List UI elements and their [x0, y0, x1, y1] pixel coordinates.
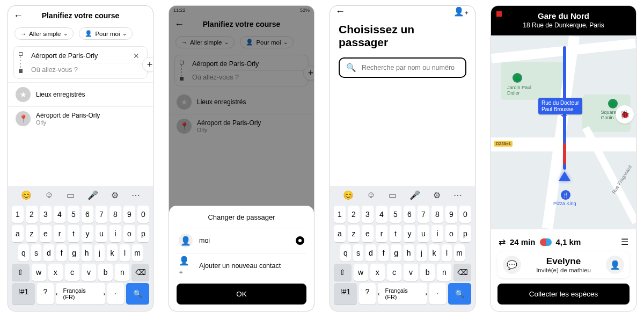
key-d[interactable]: d — [43, 244, 54, 262]
key-9[interactable]: 9 — [445, 206, 457, 223]
key-v[interactable]: v — [404, 264, 418, 281]
saved-places-row[interactable]: ★ Lieux enregistrés — [8, 82, 153, 106]
key-o[interactable]: o — [445, 225, 457, 242]
key-x[interactable]: x — [370, 264, 385, 281]
search-key[interactable]: 🔍 — [126, 283, 149, 305]
key-x[interactable]: x — [48, 264, 63, 281]
question-key[interactable]: ? — [359, 283, 376, 305]
key-j[interactable]: j — [416, 244, 427, 262]
key-r[interactable]: r — [376, 225, 387, 242]
key-7[interactable]: 7 — [96, 206, 107, 223]
key-t[interactable]: t — [390, 225, 401, 242]
key-q[interactable]: q — [18, 244, 29, 262]
saved-places-row[interactable]: ★ Lieux enregistrés — [169, 90, 314, 114]
key-3[interactable]: 3 — [40, 206, 52, 223]
emoji-icon[interactable]: 😊 — [21, 190, 32, 200]
shift-key[interactable]: ⇧ — [12, 264, 30, 281]
key-s[interactable]: s — [353, 244, 364, 262]
key-3[interactable]: 3 — [362, 206, 374, 223]
route-swap-icon[interactable]: ⇄ — [499, 237, 506, 247]
key-h[interactable]: h — [82, 244, 92, 262]
key-m[interactable]: m — [132, 244, 143, 262]
key-g[interactable]: g — [69, 244, 79, 262]
question-key[interactable]: ? — [37, 283, 54, 305]
key-c[interactable]: c — [65, 264, 79, 281]
origin-row[interactable]: Aéroport de Paris-Orly ✕ — [28, 49, 145, 63]
collect-cash-button[interactable]: Collecter les espèces — [497, 284, 630, 305]
key-j[interactable]: j — [94, 244, 105, 262]
mic-icon[interactable]: 🎤 — [409, 190, 420, 200]
trip-type-chip[interactable]: → Aller simple ⌄ — [14, 27, 74, 40]
key-m[interactable]: m — [454, 244, 465, 262]
key-o[interactable]: o — [123, 225, 135, 242]
key-2[interactable]: 2 — [26, 206, 38, 223]
add-stop-button[interactable]: + — [303, 66, 314, 81]
key-8[interactable]: 8 — [431, 206, 443, 223]
origin-row[interactable]: Aéroport de Paris-Orly — [189, 57, 306, 70]
suggestion-row[interactable]: 📍 Aéroport de Paris-Orly Orly — [8, 106, 153, 130]
person-add-icon[interactable]: 👤₊ — [453, 6, 469, 17]
key-s[interactable]: s — [31, 244, 42, 262]
shift-key[interactable]: ⇧ — [334, 264, 352, 281]
symbols-key[interactable]: !#1 — [12, 283, 35, 305]
key-a[interactable]: a — [334, 225, 346, 242]
key-i[interactable]: i — [431, 225, 443, 242]
language-spacebar[interactable]: ‹ Français (FR) › — [56, 283, 105, 305]
key-i[interactable]: i — [109, 225, 121, 242]
key-9[interactable]: 9 — [123, 206, 135, 223]
backspace-key[interactable]: ⌫ — [131, 264, 149, 281]
symbols-key[interactable]: !#1 — [334, 283, 357, 305]
backspace-key[interactable]: ⌫ — [453, 264, 471, 281]
key-v[interactable]: v — [82, 264, 96, 281]
key-r[interactable]: r — [54, 225, 65, 242]
key-n[interactable]: n — [437, 264, 451, 281]
key-e[interactable]: e — [362, 225, 374, 242]
emoji2-icon[interactable]: ☺ — [367, 190, 375, 200]
key-1[interactable]: 1 — [12, 206, 24, 223]
clear-origin-icon[interactable]: ✕ — [131, 52, 142, 60]
key-h[interactable]: h — [404, 244, 414, 262]
key-k[interactable]: k — [107, 244, 118, 262]
rider-chip[interactable]: 👤 Pour moi ⌄ — [79, 27, 133, 40]
add-stop-button[interactable]: + — [142, 57, 153, 72]
key-w[interactable]: w — [32, 264, 46, 281]
suggestion-row[interactable]: 📍 Aéroport de Paris-Orly Orly — [169, 114, 314, 138]
key-k[interactable]: k — [429, 244, 440, 262]
map[interactable]: 🌲 Jardin PaulDidier 🌲 Square ErnestGoüin… — [491, 35, 636, 229]
back-icon[interactable]: ← — [13, 10, 23, 21]
key-6[interactable]: 6 — [82, 206, 93, 223]
key-2[interactable]: 2 — [348, 206, 360, 223]
bug-report-button[interactable]: 🐞 — [616, 105, 634, 124]
destination-row[interactable]: Où allez-vous ? — [28, 63, 145, 76]
search-input[interactable] — [362, 64, 459, 71]
key-5[interactable]: 5 — [390, 206, 401, 223]
key-y[interactable]: y — [82, 225, 93, 242]
gear-icon[interactable]: ⚙ — [433, 190, 441, 200]
key-w[interactable]: w — [354, 264, 368, 281]
key-f[interactable]: f — [56, 244, 67, 262]
rider-chip[interactable]: 👤 Pour moi ⌄ — [240, 36, 294, 48]
key-q[interactable]: q — [340, 244, 351, 262]
option-me[interactable]: 👤 moi — [177, 228, 306, 253]
language-spacebar[interactable]: ‹ Français (FR) › — [378, 283, 427, 305]
trip-type-chip[interactable]: → Aller simple ⌄ — [175, 36, 235, 48]
key-y[interactable]: y — [404, 225, 415, 242]
key-1[interactable]: 1 — [334, 206, 346, 223]
key-z[interactable]: z — [348, 225, 360, 242]
key-0[interactable]: 0 — [137, 206, 149, 223]
more-icon[interactable]: ⋯ — [453, 190, 462, 200]
key-n[interactable]: n — [115, 264, 129, 281]
key-6[interactable]: 6 — [404, 206, 415, 223]
gif-icon[interactable]: ▭ — [389, 190, 397, 200]
more-icon[interactable]: ⋯ — [131, 190, 140, 200]
key-b[interactable]: b — [420, 264, 435, 281]
chat-icon[interactable]: 💬 — [503, 256, 521, 274]
key-u[interactable]: u — [418, 225, 429, 242]
search-box[interactable]: 🔍 — [339, 57, 466, 78]
key-g[interactable]: g — [391, 244, 401, 262]
emoji-icon[interactable]: 😊 — [343, 190, 354, 200]
key-0[interactable]: 0 — [459, 206, 471, 223]
key-d[interactable]: d — [365, 244, 376, 262]
emoji2-icon[interactable]: ☺ — [45, 190, 53, 200]
key-z[interactable]: z — [26, 225, 38, 242]
